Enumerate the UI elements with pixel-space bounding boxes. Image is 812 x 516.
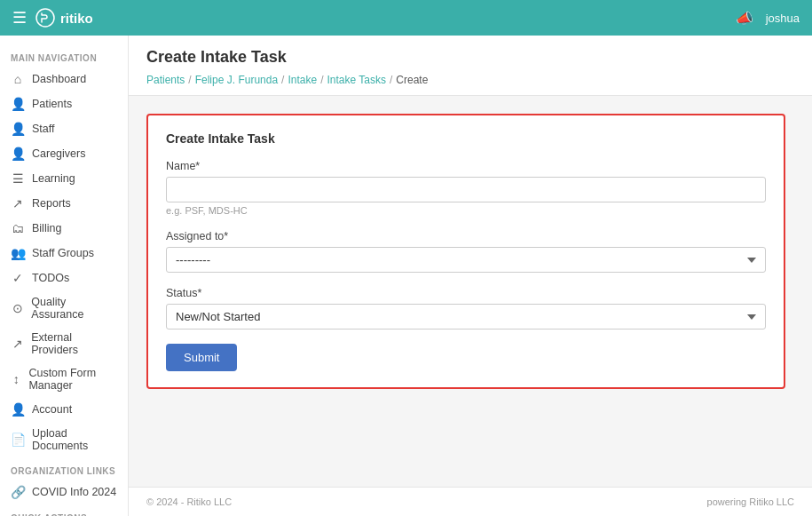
navbar: ☰ ritiko 📣 joshua bbox=[0, 0, 812, 36]
billing-icon: 🗂 bbox=[11, 221, 25, 235]
sidebar-item-billing[interactable]: 🗂 Billing bbox=[0, 216, 128, 241]
patients-icon: 👤 bbox=[11, 97, 25, 111]
breadcrumb-intake[interactable]: Intake bbox=[288, 74, 317, 86]
todos-icon: ✓ bbox=[11, 271, 25, 285]
breadcrumb-sep-3: / bbox=[320, 74, 323, 86]
sidebar-item-custom-form-manager[interactable]: ↕ Custom Form Manager bbox=[0, 361, 128, 397]
sidebar-item-label: External Providers bbox=[31, 331, 117, 356]
sidebar-item-patients[interactable]: 👤 Patients bbox=[0, 91, 128, 116]
name-label: Name* bbox=[166, 160, 766, 172]
navbar-left: ☰ ritiko bbox=[12, 8, 93, 28]
navbar-logo: ritiko bbox=[35, 8, 93, 28]
breadcrumb-create: Create bbox=[396, 74, 428, 86]
external-providers-icon: ↗ bbox=[11, 337, 24, 351]
ritiko-logo-icon bbox=[35, 8, 55, 28]
sidebar-item-label: Caregivers bbox=[32, 147, 85, 160]
sidebar-item-external-providers[interactable]: ↗ External Providers bbox=[0, 326, 128, 361]
sidebar-item-quality-assurance[interactable]: ⊙ Quality Assurance bbox=[0, 290, 128, 326]
content-area: Create Intake Task Name* e.g. PSF, MDS-H… bbox=[129, 96, 812, 487]
upload-icon: 📄 bbox=[11, 433, 25, 447]
sidebar-item-label: Reports bbox=[32, 197, 71, 210]
sidebar-item-staff[interactable]: 👤 Staff bbox=[0, 116, 128, 141]
qa-icon: ⊙ bbox=[11, 301, 24, 315]
sidebar-item-label: Patients bbox=[32, 98, 72, 110]
sidebar: Main Navigation ⌂ Dashboard 👤 Patients 👤… bbox=[0, 36, 129, 516]
sidebar-item-label: Account bbox=[32, 403, 72, 416]
breadcrumb-intake-tasks[interactable]: Intake Tasks bbox=[327, 74, 385, 86]
caregivers-icon: 👤 bbox=[11, 147, 25, 161]
sidebar-item-label: Custom Form Manager bbox=[28, 367, 117, 392]
account-icon: 👤 bbox=[11, 402, 25, 417]
breadcrumb: Patients / Felipe J. Furunda / Intake / … bbox=[146, 74, 794, 86]
page-header: Create Intake Task Patients / Felipe J. … bbox=[129, 36, 812, 96]
assigned-to-label: Assigned to* bbox=[166, 230, 766, 242]
sidebar-item-reports[interactable]: ↗ Reports bbox=[0, 191, 128, 216]
breadcrumb-sep-1: / bbox=[188, 74, 191, 86]
assigned-to-select[interactable]: --------- bbox=[166, 247, 766, 273]
hamburger-icon[interactable]: ☰ bbox=[12, 8, 27, 28]
sidebar-item-learning[interactable]: ☰ Learning bbox=[0, 166, 128, 191]
bell-icon[interactable]: 📣 bbox=[736, 10, 753, 27]
sidebar-item-label: Billing bbox=[32, 222, 61, 234]
sidebar-item-account[interactable]: 👤 Account bbox=[0, 397, 128, 422]
sidebar-item-label: Dashboard bbox=[32, 73, 86, 85]
breadcrumb-sep-4: / bbox=[390, 74, 392, 86]
logo-text: ritiko bbox=[60, 11, 93, 26]
name-input[interactable] bbox=[166, 177, 766, 202]
assigned-to-field-group: Assigned to* --------- bbox=[166, 230, 766, 273]
sidebar-item-label: TODOs bbox=[32, 272, 69, 284]
status-select[interactable]: New/Not Started bbox=[166, 304, 766, 329]
sidebar-item-label: Staff Groups bbox=[32, 247, 94, 259]
sidebar-item-todos[interactable]: ✓ TODOs bbox=[0, 266, 128, 290]
page-title: Create Intake Task bbox=[146, 48, 794, 67]
home-icon: ⌂ bbox=[11, 72, 25, 86]
user-name: joshua bbox=[766, 12, 800, 25]
custom-form-icon: ↕ bbox=[11, 372, 21, 386]
main-content: Create Intake Task Patients / Felipe J. … bbox=[129, 36, 812, 516]
footer: © 2024 - Ritiko LLC powering Ritiko LLC bbox=[129, 487, 812, 516]
form-card-title: Create Intake Task bbox=[166, 131, 766, 146]
staff-icon: 👤 bbox=[11, 122, 25, 136]
learning-icon: ☰ bbox=[11, 171, 25, 186]
status-field-group: Status* New/Not Started bbox=[166, 287, 766, 329]
reports-icon: ↗ bbox=[11, 196, 25, 210]
sidebar-item-label: Upload Documents bbox=[32, 427, 117, 452]
name-hint: e.g. PSF, MDS-HC bbox=[166, 205, 766, 216]
sidebar-item-covid-info[interactable]: 🔗 COVID Info 2024 bbox=[0, 480, 128, 504]
footer-copyright: © 2024 - Ritiko LLC bbox=[146, 496, 232, 507]
sidebar-item-label: Quality Assurance bbox=[31, 296, 117, 321]
link-icon: 🔗 bbox=[11, 485, 25, 499]
sidebar-item-dashboard[interactable]: ⌂ Dashboard bbox=[0, 67, 128, 91]
sidebar-item-staff-groups[interactable]: 👥 Staff Groups bbox=[0, 241, 128, 266]
sidebar-item-label: Learning bbox=[32, 172, 75, 185]
name-field-group: Name* e.g. PSF, MDS-HC bbox=[166, 160, 766, 216]
breadcrumb-patients[interactable]: Patients bbox=[146, 74, 185, 86]
layout: Main Navigation ⌂ Dashboard 👤 Patients 👤… bbox=[0, 36, 812, 516]
quick-actions-label: Quick Actions bbox=[0, 504, 128, 516]
footer-powered-by: powering Ritiko LLC bbox=[707, 496, 794, 507]
staff-groups-icon: 👥 bbox=[11, 246, 25, 260]
sidebar-item-upload-documents[interactable]: 📄 Upload Documents bbox=[0, 422, 128, 457]
submit-button[interactable]: Submit bbox=[166, 344, 237, 371]
create-intake-task-form-card: Create Intake Task Name* e.g. PSF, MDS-H… bbox=[146, 114, 785, 389]
svg-point-0 bbox=[36, 9, 54, 27]
breadcrumb-patient-name[interactable]: Felipe J. Furunda bbox=[195, 74, 278, 86]
sidebar-item-caregivers[interactable]: 👤 Caregivers bbox=[0, 141, 128, 166]
sidebar-item-label: COVID Info 2024 bbox=[32, 486, 116, 498]
breadcrumb-sep-2: / bbox=[281, 74, 284, 86]
org-links-label: Organization Links bbox=[0, 457, 128, 480]
main-nav-label: Main Navigation bbox=[0, 44, 128, 67]
status-label: Status* bbox=[166, 287, 766, 299]
navbar-right: 📣 joshua bbox=[736, 10, 800, 27]
sidebar-item-label: Staff bbox=[32, 123, 54, 135]
